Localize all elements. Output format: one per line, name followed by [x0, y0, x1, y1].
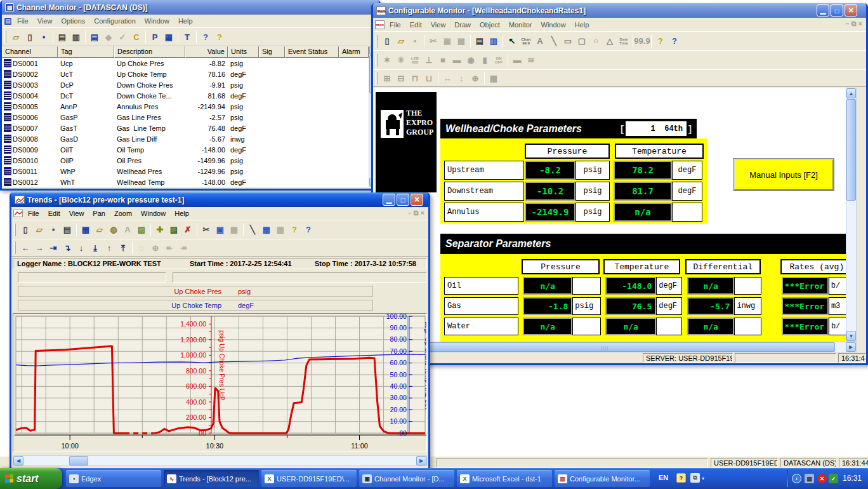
- column-header-channel[interactable]: Channel: [2, 46, 58, 58]
- menu-window[interactable]: Window: [140, 16, 174, 26]
- text-icon[interactable]: T: [180, 30, 194, 44]
- toolbar-grip[interactable]: [376, 72, 378, 84]
- menu-view[interactable]: View: [65, 208, 89, 218]
- export-icon[interactable]: ▨: [135, 223, 148, 237]
- table-row[interactable]: DS0002UcTUp Choke Temp78.16degF: [2, 69, 379, 79]
- menu-help[interactable]: Help: [570, 20, 594, 30]
- cut-icon[interactable]: ✂: [426, 34, 440, 48]
- same-width-icon[interactable]: ↔: [440, 71, 454, 85]
- trend-horizontal-scrollbar[interactable]: ◀ ▶: [13, 455, 427, 466]
- copy-icon[interactable]: ▣: [440, 34, 454, 48]
- zoom-time-icon[interactable]: ⊕: [148, 241, 162, 255]
- minimize-button[interactable]: ▁: [383, 194, 395, 206]
- menu-zoom[interactable]: Zoom: [110, 208, 136, 218]
- new-document-icon[interactable]: ▯: [380, 34, 394, 48]
- pan-up-icon[interactable]: ↑: [102, 241, 116, 255]
- menu-object[interactable]: Object: [475, 20, 504, 30]
- menu-pan[interactable]: Pan: [88, 208, 110, 218]
- table-row[interactable]: DS0003DcPDown Choke Pres-9.91psig: [2, 79, 379, 90]
- pen-legend-temperature[interactable]: Up Choke Temp degF: [18, 300, 373, 311]
- print-icon[interactable]: ▤: [60, 223, 74, 237]
- add-pen-icon[interactable]: ✚: [153, 223, 167, 237]
- channel-monitor-titlebar[interactable]: ▤ Channel Monitor - [DATASCAN (DS)]: [2, 0, 379, 15]
- context-help-icon[interactable]: ?: [301, 223, 315, 237]
- mdi-minimize-icon[interactable]: –: [408, 209, 412, 217]
- align-right-icon[interactable]: ⊟: [394, 71, 408, 85]
- align-bottom-icon[interactable]: ⊔: [422, 71, 436, 85]
- save-icon[interactable]: ▪: [46, 223, 60, 237]
- mdi-restore-icon[interactable]: ⧉: [852, 20, 857, 28]
- hide-icons-chevron[interactable]: ‹: [792, 474, 801, 483]
- maximize-button[interactable]: □: [831, 4, 843, 17]
- taskbar-item-1[interactable]: ▪Edgex: [66, 470, 161, 487]
- mdi-restore-icon[interactable]: ⧉: [414, 209, 419, 217]
- menu-options[interactable]: Options: [56, 16, 89, 26]
- choke-size-field[interactable]: 1 64th: [626, 121, 687, 136]
- menu-edit[interactable]: Edit: [405, 20, 426, 30]
- bar-icon[interactable]: ▬: [450, 53, 464, 67]
- same-height-icon[interactable]: ↕: [454, 71, 468, 85]
- configurable-monitor-titlebar[interactable]: mon Configurable Monitor - [WellheadandC…: [373, 3, 866, 18]
- menu-configuration[interactable]: Configuration: [89, 16, 140, 26]
- manual-inputs-button[interactable]: Manual Inputs [F2]: [733, 159, 834, 191]
- menu-edit[interactable]: Edit: [44, 208, 65, 218]
- print-preview-icon[interactable]: ▥: [69, 30, 83, 44]
- pan-top-icon[interactable]: ⤒: [116, 241, 130, 255]
- grid-snap-icon[interactable]: ▦: [487, 71, 501, 85]
- open-icon[interactable]: ▱: [394, 34, 408, 48]
- copy-icon[interactable]: ▣: [213, 223, 227, 237]
- table-row[interactable]: DS0008GasDGas Line Diff-5.67inwg: [2, 133, 379, 144]
- column-header-event-status[interactable]: Event Status: [285, 46, 339, 58]
- table-row[interactable]: DS0007GasTGas Line Temp76.48degF: [2, 123, 379, 133]
- scroll-up-button[interactable]: ▲: [846, 88, 856, 98]
- column-header-tag[interactable]: Tag: [58, 46, 114, 58]
- table-row[interactable]: DS0001UcpUp Choke Pres-8.82psig: [2, 58, 379, 69]
- same-size-icon[interactable]: ⊕: [468, 71, 482, 85]
- menu-draw[interactable]: Draw: [450, 20, 475, 30]
- save-icon[interactable]: ▪: [37, 30, 51, 44]
- display-icon[interactable]: ▦: [260, 223, 273, 237]
- scroll-down-button[interactable]: ▼: [846, 331, 856, 341]
- toolbar-grip[interactable]: [14, 241, 16, 254]
- table-row[interactable]: DS0004DcTDown Choke Te...81.68degF: [2, 90, 379, 101]
- toolbar-grip[interactable]: [14, 224, 16, 236]
- toolbar-grip[interactable]: [376, 54, 378, 67]
- column-header-sig[interactable]: Sig: [259, 46, 285, 58]
- burst-icon[interactable]: ✳: [394, 53, 408, 67]
- close-button[interactable]: ✕: [845, 4, 857, 17]
- roundrect-tool-icon[interactable]: ▢: [575, 34, 589, 48]
- on-off-icon[interactable]: ONOFF: [492, 53, 506, 67]
- paste-icon[interactable]: ▩: [227, 223, 241, 237]
- align-top-icon[interactable]: ⊓: [408, 71, 422, 85]
- language-indicator[interactable]: EN: [659, 474, 668, 481]
- table-row[interactable]: DS0010OilPOil Pres-1499.96psig: [2, 155, 379, 166]
- context-help-icon[interactable]: ?: [199, 30, 213, 44]
- channel-window-icon[interactable]: ▤: [88, 30, 102, 44]
- taskbar-item-5[interactable]: XMicrosoft Excel - dst-1: [457, 470, 552, 487]
- trend-strip-icon[interactable]: ▬: [510, 53, 524, 67]
- help-icon[interactable]: ?: [213, 30, 227, 44]
- menu-view[interactable]: View: [426, 20, 450, 30]
- menu-window[interactable]: Window: [537, 20, 570, 30]
- page-setup-icon[interactable]: ▥: [487, 34, 501, 48]
- table-icon[interactable]: ▦: [273, 223, 287, 237]
- menu-file[interactable]: File: [385, 20, 405, 30]
- mdi-close-icon[interactable]: ×: [421, 209, 424, 217]
- pan-end-icon[interactable]: ⇥: [46, 241, 60, 255]
- scroll-thumb[interactable]: [69, 456, 88, 466]
- scroll-right-button[interactable]: ▶: [846, 342, 856, 352]
- line-tool-icon[interactable]: ╲: [547, 34, 561, 48]
- channel-value-icon[interactable]: Chan99.9: [519, 34, 533, 48]
- menu-help[interactable]: Help: [170, 208, 194, 218]
- rect-tool-icon[interactable]: ▭: [561, 34, 575, 48]
- column-header-value[interactable]: Value: [185, 46, 228, 58]
- edit-pen-icon[interactable]: ▧: [167, 223, 181, 237]
- manual-value-icon[interactable]: 99.9: [635, 34, 649, 48]
- annotate-icon[interactable]: A: [121, 223, 135, 237]
- mdi-minimize-icon[interactable]: –: [846, 20, 850, 28]
- slider-icon[interactable]: ▮: [478, 53, 492, 67]
- save-icon[interactable]: ▪: [408, 34, 422, 48]
- help-icon[interactable]: ?: [654, 34, 667, 48]
- start-button[interactable]: start: [0, 468, 62, 489]
- history-back-icon[interactable]: ↞: [162, 241, 176, 255]
